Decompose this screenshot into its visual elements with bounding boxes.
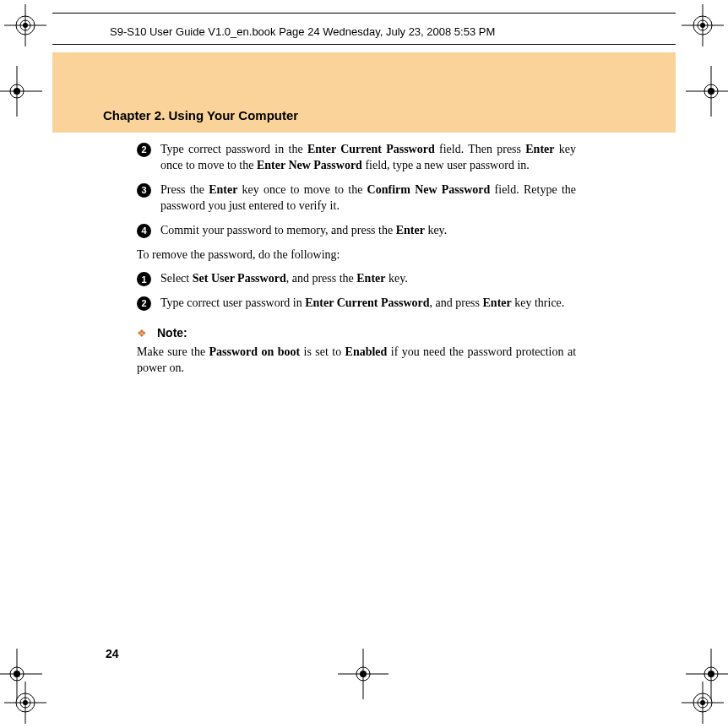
crop-mark-icon	[4, 4, 46, 46]
step-text: Press the Enter key once to move to the …	[160, 182, 576, 215]
step-number-icon: 1	[137, 271, 160, 287]
step-text: Type correct user password in Enter Curr…	[160, 296, 576, 312]
crop-cross-icon	[686, 66, 728, 120]
step-item: 4 Commit your password to memory, and pr…	[137, 223, 576, 239]
note-section: ❖ Note: Make sure the Password on boot i…	[137, 325, 576, 377]
step-number-icon: 2	[137, 142, 160, 174]
step-text: Type correct password in the Enter Curre…	[160, 142, 576, 174]
header-rule	[52, 44, 676, 45]
step-number-icon: 3	[137, 182, 160, 215]
intro-text: To remove the password, do the following…	[137, 247, 576, 263]
svg-point-23	[14, 88, 20, 95]
step-item: 1 Select Set User Password, and press th…	[137, 271, 576, 287]
note-label: Note:	[157, 325, 187, 341]
step-item: 2 Type correct password in the Enter Cur…	[137, 142, 576, 174]
header-rule	[52, 13, 676, 14]
svg-point-31	[14, 671, 20, 677]
crop-cross-icon	[338, 649, 388, 703]
svg-point-27	[708, 88, 714, 95]
svg-point-39	[708, 671, 714, 677]
page-content: 2 Type correct password in the Enter Cur…	[137, 142, 576, 377]
note-header: ❖ Note:	[137, 325, 576, 341]
step-number-icon: 2	[137, 296, 160, 312]
step-number-icon: 4	[137, 223, 160, 239]
diamond-bullet-icon: ❖	[137, 326, 147, 341]
step-item: 2 Type correct user password in Enter Cu…	[137, 296, 576, 312]
svg-point-4	[23, 23, 28, 28]
note-text: Make sure the Password on boot is set to…	[137, 345, 576, 377]
step-text: Commit your password to memory, and pres…	[160, 223, 576, 239]
svg-point-9	[700, 23, 705, 28]
step-item: 3 Press the Enter key once to move to th…	[137, 182, 576, 215]
chapter-header-band: Chapter 2. Using Your Computer	[52, 52, 676, 133]
crop-mark-icon	[682, 4, 724, 46]
document-header: S9-S10 User Guide V1.0_en.book Page 24 W…	[110, 25, 495, 38]
crop-cross-icon	[0, 649, 42, 703]
svg-point-35	[360, 671, 367, 677]
crop-cross-icon	[0, 66, 42, 120]
page-number: 24	[106, 647, 119, 660]
step-text: Select Set User Password, and press the …	[160, 271, 576, 287]
chapter-title: Chapter 2. Using Your Computer	[103, 108, 298, 122]
crop-cross-icon	[686, 649, 728, 703]
